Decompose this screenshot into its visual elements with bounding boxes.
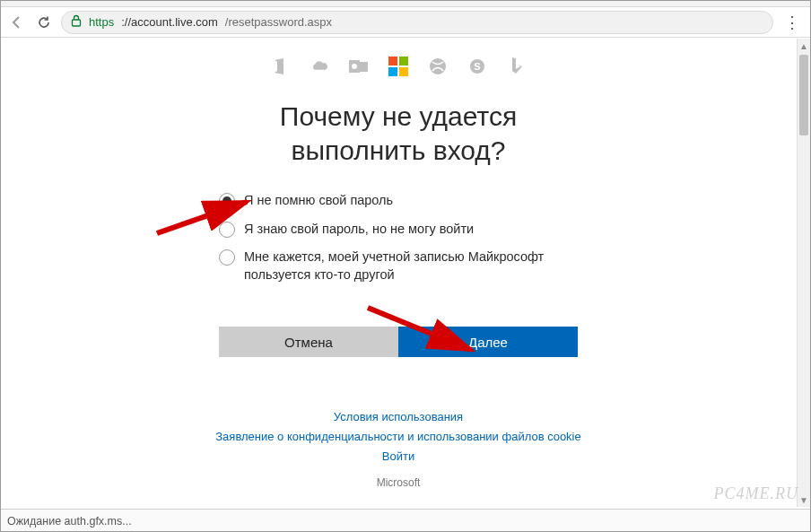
button-row: Отмена Далее xyxy=(219,327,578,357)
option-know-password-cant-signin[interactable]: Я знаю свой пароль, но не могу войти xyxy=(219,221,578,239)
watermark: PC4ME.RU xyxy=(714,484,798,503)
radio-input[interactable] xyxy=(219,249,235,266)
url-scheme: https xyxy=(89,15,114,29)
cancel-button[interactable]: Отмена xyxy=(219,327,398,357)
radio-input[interactable] xyxy=(219,222,235,238)
onedrive-icon xyxy=(310,57,329,76)
radio-input[interactable] xyxy=(219,193,235,209)
bing-icon xyxy=(507,57,527,76)
svg-point-4 xyxy=(430,58,446,74)
heading-line2: выполнить вход? xyxy=(291,135,505,165)
browser-status-bar: Ожидание auth.gfx.ms... xyxy=(0,509,811,532)
vertical-scrollbar[interactable]: ▲ ▼ xyxy=(797,39,810,507)
reload-button[interactable] xyxy=(34,13,54,32)
window-titlebar xyxy=(0,0,811,7)
radio-label: Мне кажется, моей учетной записью Майкро… xyxy=(244,249,578,283)
next-button[interactable]: Далее xyxy=(398,327,578,357)
microsoft-brand-label: Microsoft xyxy=(0,476,797,489)
page-content: S Почему не удается выполнить вход? Я не… xyxy=(0,39,797,507)
xbox-icon xyxy=(428,57,448,76)
heading-line1: Почему не удается xyxy=(280,101,517,131)
radio-label: Я не помню свой пароль xyxy=(244,192,393,210)
url-host: ://account.live.com xyxy=(121,15,218,29)
skype-icon: S xyxy=(467,57,487,76)
browser-toolbar: https://account.live.com/resetpassword.a… xyxy=(0,7,811,38)
status-text: Ожидание auth.gfx.ms... xyxy=(7,515,132,528)
footer-links: Условия использования Заявление о конфид… xyxy=(0,407,797,467)
address-bar[interactable]: https://account.live.com/resetpassword.a… xyxy=(61,11,773,34)
product-icon-row: S xyxy=(0,57,797,76)
browser-menu-button[interactable]: ⋮ xyxy=(780,13,804,32)
signin-link[interactable]: Войти xyxy=(382,449,414,463)
microsoft-logo xyxy=(388,57,408,76)
svg-text:S: S xyxy=(474,61,480,72)
outlook-icon xyxy=(349,57,369,76)
option-someone-else-using[interactable]: Мне кажется, моей учетной записью Майкро… xyxy=(219,249,578,283)
radio-label: Я знаю свой пароль, но не могу войти xyxy=(244,221,474,239)
scroll-down-icon[interactable]: ▼ xyxy=(798,493,810,507)
back-button[interactable] xyxy=(7,13,27,32)
option-forgot-password[interactable]: Я не помню свой пароль xyxy=(219,192,578,210)
svg-point-2 xyxy=(352,64,357,69)
scroll-up-icon[interactable]: ▲ xyxy=(798,39,810,53)
svg-rect-0 xyxy=(73,20,81,26)
office-icon xyxy=(270,57,290,76)
terms-link[interactable]: Условия использования xyxy=(334,410,463,423)
page-heading: Почему не удается выполнить вход? xyxy=(0,100,797,167)
privacy-link[interactable]: Заявление о конфиденциальности и использ… xyxy=(215,430,580,443)
url-path: /resetpassword.aspx xyxy=(225,15,332,29)
svg-rect-3 xyxy=(360,62,368,72)
lock-icon xyxy=(71,14,82,30)
scroll-thumb[interactable] xyxy=(799,55,808,135)
reset-reason-form: Я не помню свой пароль Я знаю свой парол… xyxy=(219,192,578,357)
